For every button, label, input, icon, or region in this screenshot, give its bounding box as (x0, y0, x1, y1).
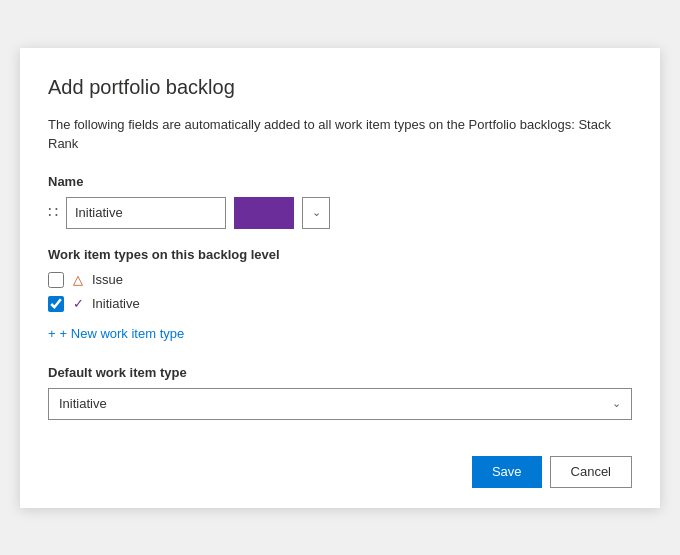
add-work-item-type-link[interactable]: + + New work item type (48, 326, 632, 341)
default-work-item-dropdown[interactable]: Initiative ⌄ (48, 388, 632, 420)
list-item: △ Issue (48, 272, 632, 288)
issue-icon: △ (70, 272, 86, 288)
chevron-down-icon: ⌄ (612, 397, 621, 410)
work-item-types-label: Work item types on this backlog level (48, 247, 632, 262)
chevron-down-icon: ⌄ (312, 206, 321, 219)
name-label: Name (48, 174, 632, 189)
initiative-label[interactable]: Initiative (92, 296, 140, 311)
dialog-title: Add portfolio backlog (48, 76, 632, 99)
add-portfolio-backlog-dialog: Add portfolio backlog The following fiel… (20, 48, 660, 508)
initiative-checkbox[interactable] (48, 296, 64, 312)
drag-handle-icon[interactable]: ∷ (48, 203, 58, 222)
list-item: ✓ Initiative (48, 296, 632, 312)
initiative-icon: ✓ (70, 296, 86, 312)
issue-checkbox[interactable] (48, 272, 64, 288)
color-dropdown-button[interactable]: ⌄ (302, 197, 330, 229)
dialog-footer: Save Cancel (48, 432, 632, 488)
name-input[interactable] (66, 197, 226, 229)
default-work-item-label: Default work item type (48, 365, 632, 380)
default-dropdown-value: Initiative (59, 396, 107, 411)
color-swatch-button[interactable] (234, 197, 294, 229)
work-item-types-list: △ Issue ✓ Initiative (48, 272, 632, 312)
save-button[interactable]: Save (472, 456, 542, 488)
dialog-description: The following fields are automatically a… (48, 115, 632, 154)
issue-label[interactable]: Issue (92, 272, 123, 287)
name-row: ∷ ⌄ (48, 197, 632, 229)
plus-icon: + (48, 326, 56, 341)
cancel-button[interactable]: Cancel (550, 456, 632, 488)
add-work-item-type-label: + New work item type (60, 326, 185, 341)
